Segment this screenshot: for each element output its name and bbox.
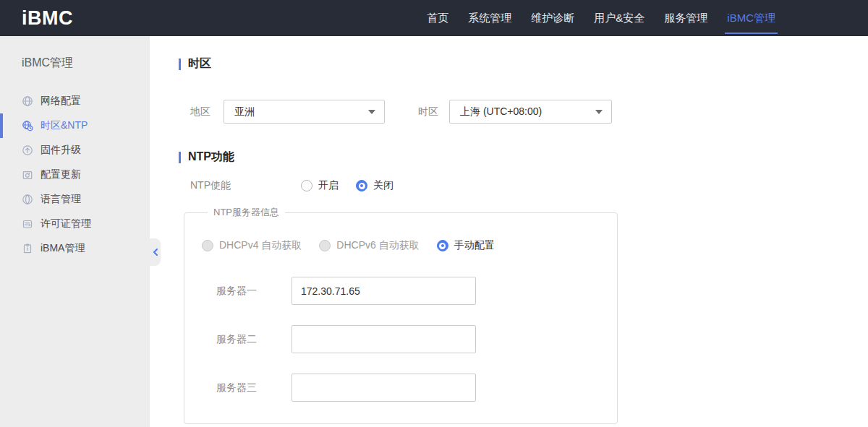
radio-disabled-icon [202, 240, 213, 251]
nav-item-home[interactable]: 首页 [427, 0, 448, 36]
chevron-left-icon [153, 249, 158, 256]
nav-item-ibmc-management[interactable]: iBMC管理 [727, 0, 775, 36]
server-one-input[interactable] [292, 277, 476, 305]
network-globe-icon [22, 95, 33, 107]
timezone-section-title: 时区 [188, 56, 211, 72]
sidebar-title: iBMC管理 [0, 36, 150, 89]
license-icon [22, 218, 33, 230]
sidebar-item-label: 时区&NTP [41, 119, 88, 132]
language-globe-icon [22, 194, 33, 205]
sidebar-item-label: 网络配置 [41, 95, 81, 108]
server-two-input[interactable] [292, 325, 476, 353]
ntp-enable-on-label: 开启 [318, 179, 339, 192]
server-two-row: 服务器二 [202, 325, 600, 353]
ntp-enable-radio-group: 开启 关闭 [301, 179, 393, 192]
ntp-mode-radio-row: DHCPv4 自动获取 DHCPv6 自动获取 手动配置 [202, 239, 600, 252]
timezone-clock-icon [22, 120, 33, 131]
sidebar-collapse-button[interactable] [150, 238, 161, 266]
sidebar-item-label: 语言管理 [41, 193, 81, 206]
sidebar-item-label: 许可证管理 [41, 217, 91, 230]
timezone-form-row: 地区 亚洲 时区 上海 (UTC+08:00) [190, 100, 868, 124]
section-accent-bar [179, 59, 181, 70]
manual-config-label: 手动配置 [454, 239, 495, 252]
top-nav-menu: 首页 系统管理 维护诊断 用户&安全 服务管理 iBMC管理 [427, 0, 775, 36]
region-label: 地区 [190, 105, 212, 118]
main-content: 时区 地区 亚洲 时区 上海 (UTC+08:00) NTP功能 NTP使能 [150, 36, 868, 427]
timezone-select[interactable]: 上海 (UTC+08:00) [449, 100, 612, 124]
radio-checked-icon[interactable] [437, 240, 448, 251]
timezone-section-header: 时区 [179, 56, 868, 72]
ntp-enable-on-option[interactable]: 开启 [301, 179, 339, 192]
sidebar-item-label: 固件升级 [41, 144, 81, 157]
ntp-section-title: NTP功能 [188, 150, 234, 165]
region-select[interactable]: 亚洲 [224, 100, 385, 124]
timezone-select-value: 上海 (UTC+08:00) [460, 105, 542, 118]
top-navbar: iBMC 首页 系统管理 维护诊断 用户&安全 服务管理 iBMC管理 [0, 0, 868, 36]
ntp-server-group: NTP服务器信息 DHCPv4 自动获取 DHCPv6 自动获取 手动配置 服务… [184, 206, 618, 424]
firmware-upgrade-icon [22, 145, 33, 156]
ntp-section-header: NTP功能 [179, 150, 868, 165]
ntp-server-group-legend: NTP服务器信息 [208, 206, 285, 219]
sidebar-item-language-management[interactable]: 语言管理 [0, 187, 150, 212]
manual-config-option[interactable]: 手动配置 [437, 239, 495, 252]
sidebar-item-label: 配置更新 [41, 168, 81, 181]
chevron-down-icon [368, 110, 375, 114]
sidebar-item-ibma-management[interactable]: iBMA管理 [0, 236, 150, 261]
nav-item-system[interactable]: 系统管理 [468, 0, 511, 36]
radio-disabled-icon [319, 240, 331, 251]
server-three-label: 服务器三 [216, 381, 292, 394]
dhcpv4-auto-label: DHCPv4 自动获取 [219, 239, 302, 252]
ntp-enable-off-option[interactable]: 关闭 [356, 179, 393, 192]
region-select-value: 亚洲 [234, 105, 255, 118]
chevron-down-icon [595, 110, 603, 114]
sidebar-item-firmware-upgrade[interactable]: 固件升级 [0, 138, 150, 163]
dhcpv6-auto-label: DHCPv6 自动获取 [336, 239, 419, 252]
ntp-enable-label: NTP使能 [190, 179, 301, 192]
config-update-icon [22, 169, 33, 181]
section-accent-bar [179, 152, 181, 163]
server-two-label: 服务器二 [216, 333, 292, 346]
server-one-row: 服务器一 [202, 277, 600, 305]
server-three-input[interactable] [292, 374, 476, 402]
nav-item-services[interactable]: 服务管理 [664, 0, 707, 36]
sidebar-item-timezone-ntp[interactable]: 时区&NTP [0, 113, 150, 138]
sidebar: iBMC管理 网络配置 时区&NTP 固件升级 配置更新 [0, 36, 150, 427]
radio-unchecked-icon[interactable] [301, 180, 312, 191]
sidebar-item-network-config[interactable]: 网络配置 [0, 89, 150, 113]
sidebar-item-label: iBMA管理 [41, 242, 85, 255]
radio-checked-icon[interactable] [356, 180, 367, 191]
sidebar-item-license-management[interactable]: 许可证管理 [0, 212, 150, 236]
ibma-clipboard-icon [22, 243, 33, 254]
dhcpv6-auto-option: DHCPv6 自动获取 [319, 239, 419, 252]
nav-item-maintenance[interactable]: 维护诊断 [531, 0, 574, 36]
timezone-label: 时区 [418, 105, 440, 118]
dhcpv4-auto-option: DHCPv4 自动获取 [202, 239, 302, 252]
app-logo: iBMC [22, 7, 73, 30]
ntp-enable-off-label: 关闭 [373, 179, 393, 192]
ntp-enable-row: NTP使能 开启 关闭 [190, 179, 868, 192]
nav-item-user-security[interactable]: 用户&安全 [594, 0, 644, 36]
server-three-row: 服务器三 [202, 374, 600, 402]
server-one-label: 服务器一 [216, 285, 292, 298]
sidebar-item-config-update[interactable]: 配置更新 [0, 163, 150, 187]
